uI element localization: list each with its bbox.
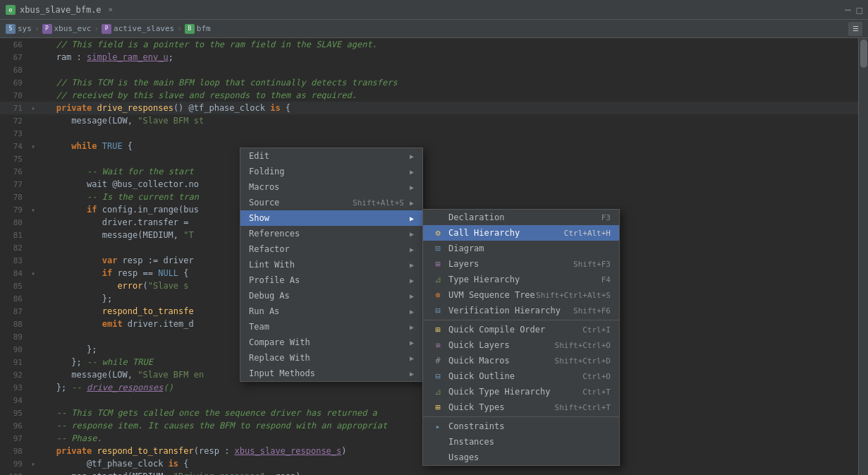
editor-container: 66 // This field is a pointer to the ram… (0, 38, 868, 475)
quick-outline-icon: ⊟ (432, 371, 444, 381)
submenu-item-quick-types[interactable]: ⊞ Quick Types Shift+Ctrl+T (423, 399, 619, 415)
menu-item-folding[interactable]: Folding ▶ (240, 164, 422, 179)
breadcrumb-item-1[interactable]: S sys (6, 24, 32, 34)
breadcrumb-xbus-evc-label: xbus_evc (54, 24, 92, 33)
code-line-73: 73 (0, 127, 858, 140)
submenu-item-call-hierarchy[interactable]: ⚙ Call Hierarchy Ctrl+Alt+H (423, 225, 619, 241)
tab-filename[interactable]: xbus_slave_bfm.e (20, 5, 102, 15)
menu-item-team[interactable]: Team ▶ (240, 319, 422, 335)
quick-type-hierarchy-icon: ⊿ (432, 387, 444, 397)
title-bar-content: e xbus_slave_bfm.e × (6, 5, 113, 15)
menu-item-profile[interactable]: Profile As ▶ (240, 272, 422, 288)
menu-item-show[interactable]: Show ▶ Declaration F3 ⚙ Call Hierarchy C… (240, 210, 422, 226)
code-line-74: 74 ▾ while TRUE { (0, 140, 858, 152)
code-line-72: 72 message(LOW, "Slave BFM st (0, 114, 858, 127)
breadcrumb-sep-2: › (94, 24, 99, 33)
call-hierarchy-icon: ⚙ (432, 228, 444, 238)
menu-item-references[interactable]: References ▶ (240, 226, 422, 241)
show-submenu: Declaration F3 ⚙ Call Hierarchy Ctrl+Alt… (422, 209, 620, 466)
code-line-76: 76 -- Wait for the start (0, 165, 858, 178)
submenu-separator-1 (423, 320, 619, 320)
menu-item-lint[interactable]: Lint With ▶ (240, 257, 422, 272)
submenu-item-uvm[interactable]: ⊛ UVM Sequence Tree Shift+Ctrl+Alt+S (423, 287, 619, 303)
code-line-66: 66 // This field is a pointer to the ram… (0, 38, 858, 51)
diagram-icon: ⊡ (432, 243, 444, 253)
tab-close-button[interactable]: × (109, 5, 114, 14)
bfm-icon: B (185, 24, 195, 34)
submenu-item-quick-outline[interactable]: ⊟ Quick Outline Ctrl+O (423, 368, 619, 384)
quick-layers-icon: ≡ (432, 340, 444, 350)
quick-macros-icon: # (432, 356, 444, 366)
code-line-68: 68 (0, 64, 858, 76)
submenu-item-diagram[interactable]: ⊡ Diagram (423, 241, 619, 256)
code-line-67: 67 ram : simple_ram_env_u; (0, 51, 858, 64)
xbus-evc-icon: P (42, 24, 52, 34)
breadcrumb-item-3[interactable]: P active_slaves (102, 24, 174, 34)
breadcrumb-sys-label: sys (18, 24, 32, 33)
breadcrumb-item-4[interactable]: B bfm (185, 24, 211, 34)
code-line-69: 69 // This TCM is the main BFM loop that… (0, 76, 858, 89)
window-controls: ─ □ (845, 4, 862, 16)
type-hierarchy-icon: ⊿ (432, 275, 444, 284)
code-line-75: 75 (0, 152, 858, 165)
breadcrumb-item-2[interactable]: P xbus_evc (42, 24, 92, 34)
quick-compile-icon: ⊞ (432, 325, 444, 335)
uvm-icon: ⊛ (432, 290, 444, 300)
code-line-71: 71 ▾ private drive_responses() @tf_phase… (0, 102, 858, 114)
title-bar: e xbus_slave_bfm.e × ─ □ (0, 0, 868, 20)
breadcrumb-sep-3: › (177, 24, 182, 33)
breadcrumb-sep-1: › (35, 24, 39, 33)
active-slaves-icon: P (102, 24, 111, 34)
constraints-chevron-icon: ▸ (432, 421, 444, 431)
code-line-77: 77 wait @bus_collector.no (0, 178, 858, 191)
menu-item-edit[interactable]: Edit ▶ (240, 148, 422, 164)
menu-item-source[interactable]: Source Shift+Alt+S ▶ (240, 195, 422, 210)
breadcrumb-bfm-label: bfm (197, 24, 211, 33)
toolbar-menu-button[interactable]: ☰ (848, 22, 862, 36)
code-line-70: 70 // received by this slave and respond… (0, 89, 858, 102)
submenu-item-verification[interactable]: ⊟ Verification Hierarchy Shift+F6 (423, 303, 619, 318)
usages-icon (432, 452, 444, 462)
toolbar-right: ☰ (848, 22, 862, 36)
menu-item-input-methods[interactable]: Input Methods ▶ (240, 366, 422, 381)
maximize-button[interactable]: □ (857, 4, 862, 16)
code-line-100: 100 msq started(MEDIUM, "Driving respons… (0, 470, 858, 475)
verification-icon: ⊟ (432, 306, 444, 315)
submenu-item-constraints[interactable]: ▸ Constraints (423, 419, 619, 434)
quick-types-icon: ⊞ (432, 402, 444, 412)
menu-item-refactor[interactable]: Refactor ▶ (240, 241, 422, 257)
declaration-icon (432, 212, 444, 222)
submenu-item-quick-type-hierarchy[interactable]: ⊿ Quick Type Hierarchy Ctrl+T (423, 384, 619, 399)
submenu-item-quick-compile[interactable]: ⊞ Quick Compile Order Ctrl+I (423, 322, 619, 337)
scrollbar-right[interactable] (858, 38, 868, 475)
submenu-item-layers[interactable]: ⊞ Layers Shift+F3 (423, 256, 619, 272)
menu-item-run[interactable]: Run As ▶ (240, 303, 422, 319)
submenu-item-quick-macros[interactable]: # Quick Macros Shift+Ctrl+D (423, 353, 619, 368)
scrollbar-thumb[interactable] (860, 40, 867, 68)
layers-icon: ⊞ (432, 259, 444, 269)
breadcrumb-active-slaves-label: active_slaves (114, 24, 174, 33)
context-menu: Edit ▶ Folding ▶ Macros ▶ Source Shift+A… (240, 148, 423, 382)
menu-item-debug[interactable]: Debug As ▶ (240, 288, 422, 303)
menu-item-macros[interactable]: Macros ▶ (240, 179, 422, 195)
code-line-78: 78 -- Is the current tran (0, 191, 858, 203)
breadcrumb: S sys › P xbus_evc › P active_slaves › B… (0, 20, 868, 38)
submenu-item-type-hierarchy[interactable]: ⊿ Type Hierarchy F4 (423, 272, 619, 287)
file-tab-icon: e (6, 5, 16, 15)
submenu-item-declaration[interactable]: Declaration F3 (423, 210, 619, 225)
menu-item-replace[interactable]: Replace With ▶ (240, 350, 422, 366)
menu-item-compare[interactable]: Compare With ▶ (240, 335, 422, 350)
submenu-item-instances[interactable]: Instances (423, 434, 619, 450)
submenu-item-usages[interactable]: Usages (423, 450, 619, 465)
submenu-separator-2 (423, 416, 619, 417)
minimize-button[interactable]: ─ (845, 4, 850, 16)
instances-icon (432, 437, 444, 447)
code-area[interactable]: 66 // This field is a pointer to the ram… (0, 38, 858, 475)
sys-icon: S (6, 24, 16, 34)
submenu-item-quick-layers[interactable]: ≡ Quick Layers Shift+Ctrl+O (423, 337, 619, 353)
